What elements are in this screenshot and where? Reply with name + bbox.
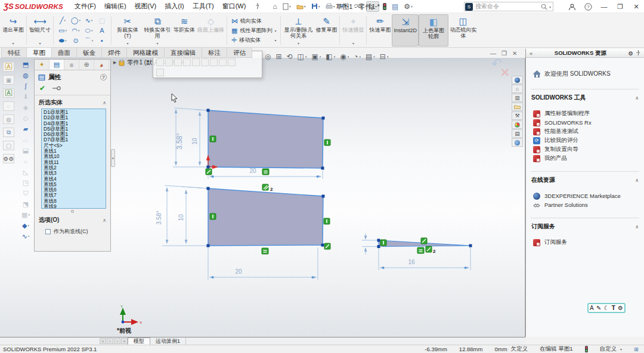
search-dropdown-icon[interactable]: ▾ bbox=[549, 5, 551, 9]
construction-checkbox[interactable] bbox=[45, 229, 51, 234]
convert-entities-button[interactable]: ⧉ 转换实体引用 ▾ bbox=[143, 14, 172, 47]
convert-dropdown-icon[interactable]: ▾ bbox=[156, 42, 158, 47]
panel-splitter-handle[interactable] bbox=[111, 149, 115, 167]
menubar-pin-icon[interactable] bbox=[255, 3, 260, 10]
tab-weldments[interactable]: 焊件 bbox=[101, 48, 127, 58]
vertical-constraint-badge[interactable] bbox=[210, 136, 216, 142]
units-selector[interactable]: 自定义 ▾ bbox=[600, 345, 623, 353]
first-tab-button[interactable]: « bbox=[100, 338, 106, 344]
next-tab-button[interactable]: › bbox=[114, 338, 120, 344]
scene-icon[interactable]: ▤▾ bbox=[366, 52, 375, 61]
dimxpert-tab-icon[interactable]: ⊕ bbox=[79, 60, 94, 70]
pen-tool-icon[interactable]: ✎ bbox=[596, 305, 601, 311]
collapse-section-icon[interactable]: ∧ bbox=[103, 100, 106, 106]
close-button[interactable]: ✕ bbox=[632, 3, 640, 11]
sketch-shape-2[interactable]: 3.58° 10 20 2 bbox=[156, 184, 330, 280]
exit-sketch-button[interactable]: ↪ 退出草图 ▾ bbox=[1, 14, 25, 47]
collapse-section-icon[interactable]: ∧ bbox=[103, 218, 106, 223]
section-online-resources[interactable]: 在线资源 ∧ bbox=[531, 171, 639, 187]
offset-entities-button[interactable]: ≋ 等距实体 bbox=[172, 14, 196, 47]
view-orientation-icon[interactable]: ▣▾ bbox=[311, 52, 321, 61]
tools-icon[interactable]: ⚒ bbox=[512, 112, 523, 120]
pane-pin-icon[interactable] bbox=[636, 50, 640, 56]
pin-button[interactable] bbox=[52, 85, 61, 91]
arc-tool-button[interactable]: ◠▾ bbox=[69, 26, 82, 36]
user-account-icon[interactable] bbox=[568, 3, 576, 11]
zoom-fit-icon[interactable]: ◎ bbox=[265, 52, 271, 61]
text-tool-button[interactable]: A bbox=[95, 26, 109, 36]
section-subscription-services[interactable]: 订阅服务 ∧ bbox=[531, 218, 639, 233]
tab-model[interactable]: 模型 bbox=[128, 337, 150, 345]
linear-pattern-button[interactable]: ▦ 线性草图阵列 ▾ bbox=[231, 27, 276, 35]
tool-copy-settings-wizard[interactable]: 复制设置向导 bbox=[526, 145, 644, 154]
view-settings-icon[interactable]: ⊟▾ bbox=[380, 52, 389, 61]
menu-file[interactable]: 文件(F) bbox=[70, 1, 100, 12]
command-search-box[interactable]: S 搜索命令 ▾ bbox=[464, 2, 553, 11]
hide-show-items-icon[interactable]: ◉▾ bbox=[340, 52, 349, 61]
stamp-tool-icon[interactable]: ▣ bbox=[3, 75, 14, 85]
trim-entities-button[interactable]: ✂ 剪裁实体(T) ▾ bbox=[113, 14, 143, 47]
media-icon[interactable]: ▤ bbox=[512, 129, 523, 138]
shaded-sketch-contours-button[interactable]: ◧ 上色草图轮廓 bbox=[419, 14, 448, 47]
doc-minimize-button[interactable]: — bbox=[490, 50, 496, 57]
tab-sheet-metal[interactable]: 钣金 bbox=[76, 48, 102, 58]
slot-tool-button[interactable]: ⬬▾ bbox=[56, 36, 69, 46]
options-section[interactable]: 选项(O) ∧ bbox=[35, 213, 110, 225]
selected-entities-section[interactable]: 所选实体 ∧ bbox=[35, 95, 110, 108]
move-entities-dropdown-icon[interactable]: ▾ bbox=[274, 38, 276, 42]
configuration-tab-icon[interactable]: ≡ bbox=[64, 60, 79, 70]
display-manager-tab-icon[interactable]: ◕ bbox=[94, 60, 109, 70]
smart-dimension-button[interactable]: ⟷ 智能尺寸 ▾ bbox=[28, 14, 52, 47]
relations-dropdown-icon[interactable]: ▾ bbox=[298, 42, 299, 47]
extrude-icon[interactable]: ⬒ bbox=[20, 60, 31, 69]
doc-close-button[interactable]: ✕ bbox=[512, 50, 517, 57]
text-tool-icon[interactable]: A bbox=[590, 305, 594, 311]
clothes-icon[interactable]: T bbox=[612, 305, 615, 311]
section-view-icon[interactable]: ◫▾ bbox=[298, 52, 307, 61]
instant2d-button[interactable]: ⇲ Instant2D bbox=[392, 14, 419, 47]
line-tool-button[interactable]: ╱▾ bbox=[56, 16, 69, 26]
search-icon[interactable] bbox=[541, 4, 547, 10]
revolve-icon[interactable]: ◍ bbox=[20, 70, 31, 80]
tab-direct-editing[interactable]: 直接编辑 bbox=[164, 48, 202, 58]
tool-compare-score[interactable]: ⟳ 比较我的评分 bbox=[526, 136, 644, 145]
propertymanager-tab-icon[interactable]: ▤ bbox=[49, 60, 64, 70]
home-shortcut-icon[interactable]: ⌂ bbox=[512, 85, 523, 93]
tree-expand-icon[interactable]: ▶ bbox=[113, 60, 116, 65]
link-subscription-services[interactable]: 订阅服务 bbox=[526, 238, 644, 247]
selected-entities-listbox[interactable]: D1@草图1 D2@草图1 D4@草图1 D5@草图1 D6@草图1 D7@草图… bbox=[41, 109, 106, 209]
spline-tool-button[interactable]: ∿▾ bbox=[82, 16, 95, 26]
rapid-sketch-button[interactable]: ✏ 快速草图 bbox=[368, 14, 392, 47]
ellipse-tool-button[interactable]: ⬭▾ bbox=[82, 26, 95, 36]
vertical-constraint-badge[interactable] bbox=[210, 213, 216, 219]
label-tool-icon[interactable]: 🄰 bbox=[3, 62, 14, 72]
tool-solidworks-rx[interactable]: SOLIDWORKS Rx bbox=[526, 118, 644, 127]
sweep-icon[interactable]: ∫ bbox=[20, 81, 31, 91]
status-grid-icon[interactable]: ⊞ bbox=[634, 346, 639, 352]
folder-icon[interactable] bbox=[512, 103, 523, 111]
circle-tool-button[interactable]: ◯▾ bbox=[69, 16, 82, 26]
tab-surfaces[interactable]: 曲面 bbox=[51, 48, 77, 58]
tab-motion-study[interactable]: 运动算例1 bbox=[150, 337, 186, 345]
network-icon[interactable] bbox=[512, 138, 523, 147]
sketch-shape-1[interactable]: 10 3.58° 20 bbox=[173, 108, 330, 179]
globe-icon[interactable] bbox=[512, 76, 523, 84]
smart-dimension-dropdown-icon[interactable]: ▾ bbox=[39, 42, 41, 47]
equal-constraint-badge[interactable] bbox=[262, 248, 268, 254]
minimize-button[interactable]: — bbox=[600, 3, 608, 10]
featuremanager-tab-icon[interactable]: ✦ bbox=[35, 60, 49, 70]
coincident-constraint-badge[interactable] bbox=[324, 243, 330, 249]
previous-view-icon[interactable]: ⟲ bbox=[287, 52, 293, 61]
dynamic-mirror-button[interactable]: ◫ 动态镜向实体 bbox=[448, 14, 478, 47]
help-icon[interactable]: ? bbox=[584, 3, 592, 11]
vertical-constraint-badge[interactable] bbox=[324, 218, 330, 224]
welcome-link[interactable]: 欢迎使用 SOLIDWORKS bbox=[526, 58, 644, 89]
trim-dropdown-icon[interactable]: ▾ bbox=[126, 42, 128, 47]
mirror-entities-button[interactable]: ⋈ 镜向实体 bbox=[231, 17, 276, 25]
help-circle-icon[interactable]: ? bbox=[100, 74, 107, 80]
link-3dexperience-marketplace[interactable]: 3DEXPERIENCE Marketplace bbox=[526, 191, 644, 200]
fillet-tool-button[interactable]: ⌒▾ bbox=[82, 36, 95, 46]
tab-mesh-modeling[interactable]: 网格建模 bbox=[126, 48, 165, 58]
prev-tab-button[interactable]: ‹ bbox=[107, 338, 113, 344]
move-entities-button[interactable]: ✛ 移动实体 ▾ bbox=[231, 36, 276, 44]
